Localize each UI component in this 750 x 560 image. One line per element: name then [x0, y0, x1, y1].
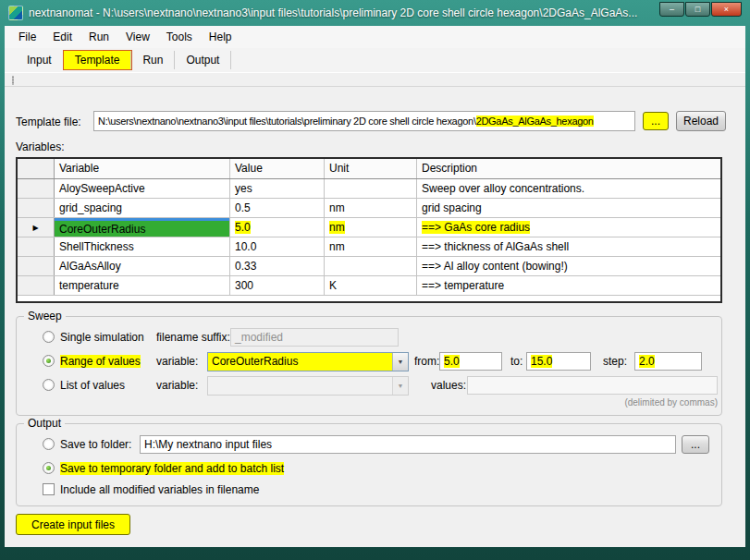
- values-input[interactable]: [467, 376, 718, 395]
- range-of-values-label[interactable]: Range of values: [60, 355, 141, 368]
- window-controls: – □ ×: [659, 2, 742, 17]
- cell-variable[interactable]: AlGaAsAlloy: [55, 257, 230, 275]
- list-variable-label: variable:: [156, 379, 198, 392]
- chevron-down-icon[interactable]: ▼: [392, 377, 408, 395]
- from-input[interactable]: 5.0: [439, 352, 502, 371]
- row-selector[interactable]: ▶: [18, 218, 55, 237]
- row-selector[interactable]: [18, 276, 55, 295]
- save-to-folder-label[interactable]: Save to folder:: [60, 438, 131, 451]
- cell-unit[interactable]: [325, 179, 417, 198]
- menu-view[interactable]: View: [117, 28, 158, 46]
- include-modified-checkbox[interactable]: [43, 483, 55, 495]
- sweep-group: Sweep Single simulation filename suffix:…: [16, 316, 722, 416]
- cell-variable[interactable]: grid_spacing: [55, 199, 230, 217]
- row-selector[interactable]: [18, 179, 55, 198]
- cell-description[interactable]: ==> thickness of AlGaAs shell: [417, 237, 720, 256]
- titlebar: nextnanomat - N:\users\nextnano\nextnano…: [0, 0, 750, 26]
- to-value: 15.0: [531, 355, 552, 368]
- tab-template[interactable]: Template: [64, 51, 132, 69]
- to-input[interactable]: 15.0: [526, 352, 591, 371]
- cell-variable[interactable]: CoreOuterRadius: [55, 218, 230, 237]
- single-simulation-radio[interactable]: [43, 331, 55, 343]
- include-modified-label[interactable]: Include all modified variables in filena…: [60, 483, 259, 496]
- cell-description[interactable]: ==> temperature: [417, 276, 720, 295]
- menu-file[interactable]: File: [10, 28, 44, 46]
- browse-template-button[interactable]: ...: [643, 112, 669, 130]
- column-header-unit[interactable]: Unit: [325, 159, 417, 178]
- filename-suffix-input[interactable]: _modified: [230, 328, 399, 347]
- table-row-selected[interactable]: ▶ CoreOuterRadius 5.0 nm ==> GaAs core r…: [18, 218, 720, 237]
- cell-variable[interactable]: temperature: [55, 276, 230, 295]
- minimize-button-icon[interactable]: –: [659, 2, 684, 17]
- table-row[interactable]: AloySweepActive yes Sweep over alloy con…: [18, 179, 720, 199]
- cell-unit-text: nm: [329, 221, 345, 234]
- menu-tools[interactable]: Tools: [158, 28, 201, 46]
- cell-description[interactable]: ==> Al alloy content (bowing!): [417, 257, 720, 275]
- list-of-values-radio[interactable]: [43, 379, 55, 391]
- menu-help[interactable]: Help: [201, 28, 240, 46]
- maximize-button-icon[interactable]: □: [685, 2, 710, 17]
- cell-value[interactable]: 10.0: [230, 237, 325, 256]
- single-simulation-label[interactable]: Single simulation: [60, 331, 144, 344]
- cell-value[interactable]: yes: [230, 179, 325, 198]
- variables-label: Variables:: [16, 140, 64, 153]
- output-group: Output Save to folder: H:\My nextnano in…: [16, 423, 722, 506]
- row-selector[interactable]: [18, 257, 55, 275]
- cell-unit[interactable]: nm: [325, 218, 417, 237]
- tab-output[interactable]: Output: [175, 51, 231, 69]
- save-to-folder-radio[interactable]: [43, 438, 55, 450]
- tab-run[interactable]: Run: [131, 51, 175, 69]
- cell-unit[interactable]: K: [325, 276, 417, 295]
- cell-value[interactable]: 300: [230, 276, 325, 295]
- chevron-down-icon[interactable]: ▼: [392, 353, 408, 371]
- window-title: nextnanomat - N:\users\nextnano\nextnano…: [29, 6, 654, 19]
- filename-suffix-label: filename suffix:: [156, 331, 230, 344]
- cell-value-text: 5.0: [235, 221, 251, 234]
- cell-description[interactable]: grid spacing: [417, 199, 720, 217]
- step-input[interactable]: 2.0: [634, 352, 702, 371]
- cell-value[interactable]: 0.33: [230, 257, 325, 275]
- step-label: step:: [603, 355, 627, 368]
- template-path-prefix: N:\users\nextnano\nextnano3\input files\…: [98, 116, 476, 127]
- tab-input[interactable]: Input: [16, 51, 64, 69]
- step-value: 2.0: [639, 355, 655, 368]
- table-row[interactable]: ShellThickness 10.0 nm ==> thickness of …: [18, 237, 720, 257]
- cell-variable[interactable]: ShellThickness: [55, 237, 230, 256]
- template-file-input[interactable]: N:\users\nextnano\nextnano3\input files\…: [93, 111, 635, 131]
- cell-variable[interactable]: AloySweepActive: [55, 179, 230, 198]
- close-button-icon[interactable]: ×: [711, 2, 742, 17]
- cell-value[interactable]: 0.5: [230, 199, 325, 217]
- cell-unit[interactable]: nm: [325, 237, 417, 256]
- client-area: File Edit Run View Tools Help Input Temp…: [5, 26, 745, 547]
- column-header-description[interactable]: Description: [417, 159, 720, 178]
- save-folder-input[interactable]: H:\My nextnano input files: [140, 435, 676, 454]
- cell-unit[interactable]: [325, 257, 417, 275]
- save-temp-folder-radio[interactable]: [43, 462, 55, 474]
- list-of-values-label[interactable]: List of values: [60, 379, 125, 392]
- app-window: nextnanomat - N:\users\nextnano\nextnano…: [0, 0, 750, 560]
- browse-output-folder-button[interactable]: ...: [682, 435, 709, 454]
- table-row[interactable]: AlGaAsAlloy 0.33 ==> Al alloy content (b…: [18, 257, 720, 276]
- from-value: 5.0: [444, 355, 460, 368]
- range-variable-combobox[interactable]: CoreOuterRadius ▼: [207, 352, 409, 371]
- row-selector[interactable]: [18, 237, 55, 256]
- create-input-files-button[interactable]: Create input files: [16, 514, 130, 535]
- toolstrip-grip[interactable]: [11, 76, 15, 85]
- reload-button[interactable]: Reload: [676, 111, 726, 131]
- menu-run[interactable]: Run: [80, 28, 117, 46]
- range-of-values-radio[interactable]: [43, 355, 55, 367]
- table-row[interactable]: temperature 300 K ==> temperature: [18, 276, 720, 296]
- list-variable-combobox[interactable]: ▼: [207, 376, 409, 396]
- row-selector[interactable]: [18, 199, 55, 217]
- table-row[interactable]: grid_spacing 0.5 nm grid spacing: [18, 199, 720, 218]
- cell-description[interactable]: ==> GaAs core radius: [417, 218, 720, 237]
- row-selector-arrow-icon: ▶: [32, 224, 38, 232]
- toolstrip: [5, 72, 745, 87]
- menu-edit[interactable]: Edit: [44, 28, 80, 46]
- cell-value[interactable]: 5.0: [230, 218, 325, 237]
- save-temp-folder-label[interactable]: Save to temporary folder and add to batc…: [60, 462, 284, 475]
- column-header-value[interactable]: Value: [230, 159, 325, 178]
- cell-unit[interactable]: nm: [325, 199, 417, 217]
- cell-description[interactable]: Sweep over alloy concentrations.: [417, 179, 720, 198]
- column-header-variable[interactable]: Variable: [55, 159, 230, 178]
